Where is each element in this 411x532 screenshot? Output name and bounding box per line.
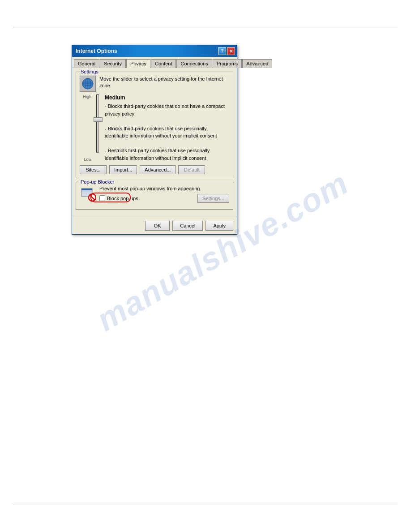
help-button[interactable]: ?: [218, 47, 226, 55]
popup-blocker-row: Prevent most pop-up windows from appeari…: [80, 186, 229, 203]
settings-icon: [80, 76, 96, 92]
tab-connections[interactable]: Connections: [176, 59, 212, 68]
tab-security[interactable]: Security: [100, 59, 126, 68]
settings-group-content: Move the slider to select a privacy sett…: [76, 75, 233, 178]
default-button[interactable]: Default: [178, 165, 205, 174]
title-bar-controls: ? ✕: [218, 47, 235, 55]
block-popups-text: Block pop-ups: [107, 196, 138, 201]
settings-intro-text: Move the slider to select a privacy sett…: [99, 76, 229, 90]
import-button[interactable]: Import...: [109, 165, 137, 174]
settings-intro-row: Move the slider to select a privacy sett…: [80, 76, 229, 92]
svg-rect-6: [81, 189, 92, 190]
slider-area: High Low Medium: [80, 94, 229, 162]
tab-programs[interactable]: Programs: [213, 59, 242, 68]
slider-thumb[interactable]: [94, 117, 103, 122]
advanced-button[interactable]: Advanced...: [140, 165, 176, 174]
desc-line-1: - Blocks third-party cookies that do not…: [105, 103, 229, 117]
page-top-border: [13, 27, 398, 27]
popup-blocker-group-label: Pop-up Blocker: [80, 179, 115, 184]
privacy-level-title: Medium: [105, 94, 229, 101]
privacy-description: - Blocks third-party cookies that do not…: [105, 103, 229, 162]
dialog-wrapper: Internet Options ? ✕ General Security Pr…: [72, 45, 237, 235]
desc-line-2: - Blocks third-party cookies that use pe…: [105, 125, 229, 140]
title-bar: Internet Options ? ✕: [72, 45, 237, 57]
slider-content: Medium - Blocks third-party cookies that…: [102, 94, 229, 162]
popup-blocker-text: Prevent most pop-up windows from appeari…: [99, 186, 229, 203]
settings-buttons-row: Sites... Import... Advanced... Default: [80, 165, 229, 174]
content-area: Settings: [72, 68, 237, 217]
block-popups-label[interactable]: Block pop-ups: [99, 195, 138, 202]
popup-blocker-group: Pop-up Blocker: [76, 182, 233, 210]
desc-line-3: - Restricts first-party cookies that use…: [105, 147, 229, 162]
settings-group: Settings: [76, 72, 233, 178]
popup-blocker-content: Prevent most pop-up windows from appeari…: [76, 185, 233, 209]
title-bar-text: Internet Options: [76, 48, 117, 54]
popup-blocker-controls: Block pop-ups Settings...: [99, 194, 229, 203]
close-button[interactable]: ✕: [227, 47, 235, 55]
cancel-button[interactable]: Cancel: [172, 221, 203, 231]
page-bottom-border: [13, 505, 398, 505]
sites-button[interactable]: Sites...: [80, 165, 107, 174]
dialog-buttons-row: OK Cancel Apply: [72, 217, 237, 234]
tab-privacy[interactable]: Privacy: [126, 59, 150, 68]
window: Internet Options ? ✕ General Security Pr…: [72, 45, 237, 235]
popup-icon: [80, 186, 96, 202]
ok-button[interactable]: OK: [145, 221, 170, 231]
tab-general[interactable]: General: [74, 59, 99, 68]
settings-group-label: Settings: [80, 69, 99, 74]
popup-settings-button[interactable]: Settings...: [197, 194, 229, 203]
tab-advanced[interactable]: Advanced: [242, 59, 272, 68]
block-popups-checkbox[interactable]: [99, 195, 105, 201]
slider-track[interactable]: [96, 94, 99, 153]
slider-labels: High Low: [80, 94, 93, 162]
tabs-bar: General Security Privacy Content Connect…: [72, 57, 237, 68]
apply-button[interactable]: Apply: [206, 221, 233, 231]
tab-content[interactable]: Content: [151, 59, 176, 68]
slider-track-wrap: [93, 94, 102, 162]
popup-blocker-description: Prevent most pop-up windows from appeari…: [99, 186, 229, 191]
